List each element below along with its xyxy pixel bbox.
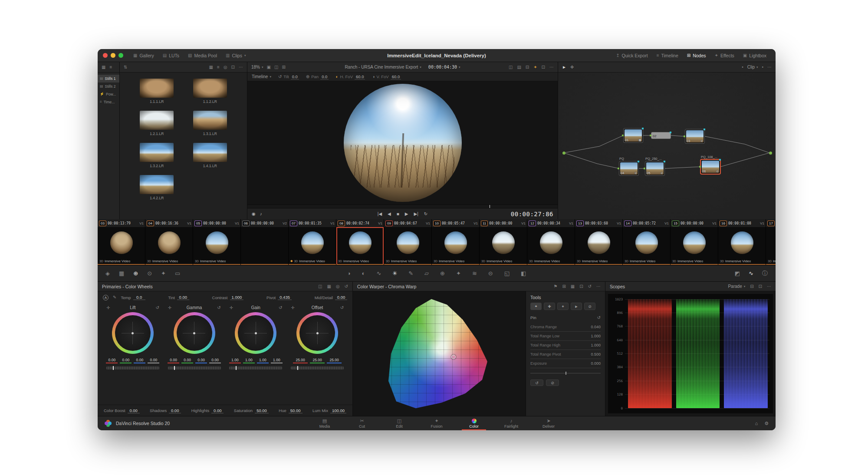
key-icon[interactable]: ⊝ [487,270,494,277]
scopes-toggle-icon[interactable]: ∿ [748,270,754,277]
grid-view-icon[interactable]: ▦ [209,65,213,69]
timeline-clip[interactable]: 17 00:00:00:00 V1 3D Immersive Video [766,219,776,265]
node-graph-more-icon[interactable]: ⋯ [767,65,772,69]
gallery-still[interactable]: 1.1.1.LR [133,79,181,104]
list-view-icon[interactable]: ≡ [217,65,220,69]
luts-button[interactable]: ▤ LUTs [159,52,183,59]
qualifier-icon[interactable]: ✎ [408,270,414,277]
offset-master-wheel[interactable] [291,366,344,369]
timeline-clip[interactable]: 04 00:00:16:36 V1 3D Immersive Video [145,219,193,265]
play-button[interactable]: ▶ [405,212,408,216]
gain-crosshair-icon[interactable]: ✛ [229,306,233,310]
scope-expand-icon[interactable]: ⊡ [759,284,762,289]
album-stills-2[interactable]: ▤ Stills 2 [98,82,119,90]
close-window-button[interactable] [103,53,108,58]
tab-deliver[interactable]: ➤ Deliver [536,416,561,430]
auto-color-icon[interactable]: ✦ [160,270,167,277]
media-pool-button[interactable]: ▧ Media Pool [184,52,221,59]
gain-master-wheel[interactable] [229,366,282,369]
viewer-scrub-bar[interactable] [247,205,558,208]
highlight-icon[interactable]: ✦ [533,65,537,69]
album-powergrade[interactable]: ⚡ Pow... [98,90,119,98]
raw-decode-icon[interactable]: ◈ [105,270,111,277]
offset-reset-icon[interactable]: ↺ [340,306,344,310]
mesh-grid-icon[interactable]: ▦ [571,284,575,289]
highlight-ab-icon[interactable]: ◩ [734,270,741,277]
offset-trackball[interactable] [296,312,338,354]
node-mode-select[interactable]: Clip ▾ [747,65,758,69]
tab-edit[interactable]: ◫ Edit [387,416,411,430]
play-reverse-button[interactable]: ◀ [388,212,391,216]
timeline-button[interactable]: ≡ Timeline [653,52,682,59]
exposure-slider[interactable] [530,372,601,375]
timeline-clip[interactable]: 13 00:00:03:60 V1 3D Immersive Video [575,219,623,265]
offset-crosshair-icon[interactable]: ✛ [291,306,294,310]
info-icon[interactable]: ⓘ [761,270,769,277]
curves-icon[interactable]: ∿ [375,270,382,277]
highlight-pin-icon[interactable]: ✦ [557,303,569,310]
add-pin-icon[interactable]: ✚ [544,303,555,310]
enhanced-viewer-icon[interactable]: ⊞ [282,65,285,69]
lift-crosshair-icon[interactable]: ✛ [106,306,110,310]
go-last-frame-button[interactable]: ▶| [414,212,418,216]
timeline-clip[interactable]: 10 00:00:05:47 V1 3D Immersive Video [432,219,480,265]
offset-value[interactable]: 25.00 [293,358,308,363]
gamma-reset-icon[interactable]: ↺ [217,306,220,310]
gamma-value[interactable]: 0.00 [195,358,207,363]
stop-button[interactable]: ■ [397,212,399,216]
playhead[interactable] [490,205,490,208]
timeline-clip[interactable]: 08 00:00:02:74 V1 3D Immersive Video [336,219,384,265]
clips-button[interactable]: ▥ Clips ▾ [222,52,250,59]
effects-button[interactable]: ✦ Effects [711,52,738,59]
power-window-icon[interactable]: ▱ [424,270,430,277]
reset-pins-button[interactable]: ↺ [530,379,543,386]
gallery-still[interactable]: 1.3.2.LR [133,143,181,168]
node-06[interactable]: PQ_108_... 06 ⊘ [700,159,720,174]
lift-master-wheel[interactable] [106,366,159,369]
sizing-icon[interactable]: ◱ [503,270,510,277]
offset-value[interactable]: 25.00 [310,358,325,363]
add-window-icon[interactable]: ⊙ [146,270,153,277]
tab-color[interactable]: Color [462,416,486,430]
album-stills-1[interactable]: ▤ Stills 1 [98,75,119,82]
stereo-icon[interactable]: ◧ [520,270,527,277]
settings-gear-icon[interactable]: ⚙ [764,421,769,426]
lift-reset-icon[interactable]: ↺ [155,306,159,310]
tilt-control[interactable]: ↺ Tilt 0.0 [278,74,299,79]
lightbox-button[interactable]: ▣ Lightbox [739,52,770,59]
scope-more-icon[interactable]: ⋯ [767,284,771,289]
warp-expand-icon[interactable]: ⊡ [579,284,583,289]
delete-pin-button[interactable]: ⊘ [546,379,559,386]
gamma-trackball[interactable] [174,312,215,354]
gain-value[interactable]: 1.00 [229,358,241,363]
pointer-tool-icon[interactable]: ► [562,65,566,69]
auto-balance-button[interactable]: A [103,295,108,300]
timeline-clip[interactable]: 03 00:00:13:79 V1 3D Immersive Video [98,219,145,265]
timeline-clip[interactable]: 12 00:00:00:34 V1 3D Immersive Video [527,219,575,265]
split-screen-icon[interactable]: ⊟ [526,65,529,69]
gain-value[interactable]: 1.00 [271,358,283,363]
hand-tool-icon[interactable]: ✥ [570,65,574,69]
node-canvas[interactable]: 01 ▦ 02 03 ⊘ PQ 04 ⊘ PQ_25 [558,73,776,219]
timeline-clip[interactable]: 14 00:00:05:72 V1 3D Immersive Video [623,219,671,265]
viewer-more-icon[interactable]: ⋯ [549,65,554,69]
hfov-control[interactable]: ◐ H. FoV 60.0 [335,74,365,79]
warp-flag-icon[interactable]: ⚑ [553,284,557,289]
warper-more-icon[interactable]: ⋯ [596,284,601,289]
gain-trackball[interactable] [235,312,276,354]
palette-reset-icon[interactable]: ↺ [345,284,348,289]
remove-pin-icon[interactable]: ⊘ [584,303,595,310]
timeline-clip[interactable]: 16 00:00:01:08 V1 3D Immersive Video [718,219,766,265]
gamma-value[interactable]: 0.00 [209,358,221,363]
node-02[interactable]: 02 [651,132,671,139]
chroma-warp-diagram[interactable] [353,291,526,416]
scope-settings-icon[interactable]: ⊟ [750,284,753,289]
wipe-mode-icon[interactable]: ◫ [509,65,513,69]
timeline-clip[interactable]: 09 00:00:04:67 V1 3D Immersive Video [384,219,432,265]
timeline-clip-select[interactable]: Ranch - URSA Cine Immersive Export ▾ [345,65,421,69]
gallery-still[interactable]: 1.4.1.LR [186,143,234,168]
zoom-window-button[interactable] [118,53,123,58]
audio-mute-icon[interactable]: ♪ [260,212,262,216]
tab-media[interactable]: ▤ Media [312,416,337,430]
node-input-port[interactable] [562,152,566,155]
